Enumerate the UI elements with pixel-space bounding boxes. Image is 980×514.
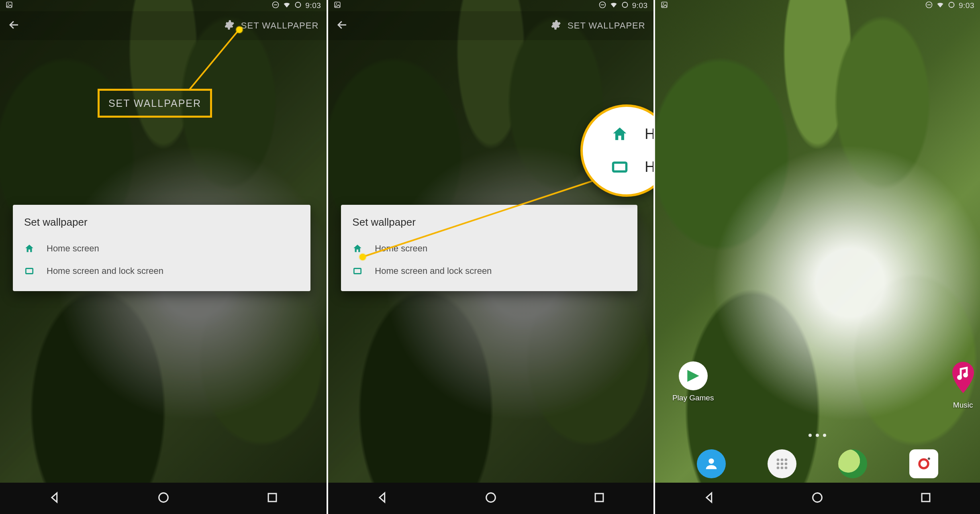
svg-point-4	[296, 2, 301, 7]
dnd-icon	[925, 1, 933, 11]
option-home-screen[interactable]: Home screen	[24, 237, 299, 260]
gear-icon[interactable]	[550, 19, 561, 32]
app-play-games-label: Play Games	[672, 394, 714, 402]
svg-point-38	[813, 493, 822, 502]
nav-back-icon[interactable]	[376, 491, 389, 506]
svg-point-1	[8, 3, 9, 4]
svg-point-7	[159, 493, 168, 502]
back-button[interactable]	[336, 19, 348, 33]
wallpaper-toolbar: SET WALLPAPER	[0, 11, 327, 40]
svg-rect-6	[26, 269, 33, 274]
gear-icon[interactable]	[223, 19, 235, 32]
svg-point-30	[777, 463, 780, 465]
svg-point-31	[781, 463, 784, 465]
panel-2: 9:03 SET WALLPAPER Set wallpaper Home sc…	[327, 0, 653, 514]
set-wallpaper-callout: SET WALLPAPER	[98, 89, 212, 118]
picture-icon	[334, 1, 341, 10]
svg-point-27	[777, 459, 780, 461]
location-icon	[294, 1, 302, 11]
page-indicator	[655, 434, 980, 437]
nav-back-icon[interactable]	[702, 491, 716, 506]
home-dock	[655, 446, 980, 482]
wallpaper-toolbar: SET WALLPAPER	[328, 11, 653, 40]
home-icon	[611, 125, 629, 143]
dialog-title: Set wallpaper	[352, 216, 626, 228]
svg-point-34	[781, 467, 784, 469]
svg-point-37	[928, 457, 930, 460]
svg-point-26	[708, 459, 714, 464]
picture-icon	[6, 1, 13, 10]
play-games-icon	[679, 361, 708, 390]
set-wallpaper-button[interactable]: SET WALLPAPER	[568, 20, 645, 31]
nav-home-icon[interactable]	[157, 491, 170, 506]
svg-point-20	[663, 3, 664, 4]
nav-recents-icon[interactable]	[265, 491, 279, 506]
wifi-icon	[283, 1, 291, 11]
lens-row1-text: H	[645, 126, 653, 143]
option-home-screen[interactable]: Home screen	[352, 237, 626, 260]
nav-recents-icon[interactable]	[919, 491, 933, 506]
svg-point-29	[785, 459, 788, 461]
svg-rect-12	[601, 4, 604, 5]
svg-point-25	[963, 373, 968, 377]
option-home-and-lock-label: Home screen and lock screen	[47, 266, 163, 276]
option-home-and-lock-label: Home screen and lock screen	[375, 266, 492, 276]
nav-back-icon[interactable]	[48, 491, 61, 506]
svg-rect-8	[268, 494, 276, 502]
app-music-label: Music	[953, 401, 973, 410]
svg-rect-22	[927, 4, 931, 5]
home-app-row: Play Games Music	[677, 361, 980, 410]
svg-point-32	[785, 463, 788, 465]
home-wallpaper	[655, 0, 980, 514]
dock-camera[interactable]	[909, 449, 938, 478]
dock-browser[interactable]	[838, 449, 867, 478]
nav-home-icon[interactable]	[811, 491, 824, 506]
back-button[interactable]	[8, 19, 20, 33]
location-icon	[947, 1, 956, 11]
set-wallpaper-button[interactable]: SET WALLPAPER	[241, 20, 319, 31]
svg-point-24	[957, 375, 962, 380]
option-home-and-lock[interactable]: Home screen and lock screen	[352, 260, 626, 282]
dnd-icon	[272, 1, 280, 11]
svg-rect-18	[595, 494, 603, 502]
svg-point-28	[781, 459, 784, 461]
svg-point-10	[336, 3, 337, 4]
svg-rect-16	[613, 163, 627, 171]
nav-home-icon[interactable]	[484, 491, 498, 506]
dialog-title: Set wallpaper	[24, 216, 299, 228]
status-bar: 9:03	[655, 0, 980, 11]
dock-app-drawer[interactable]	[768, 449, 796, 478]
location-icon	[621, 1, 629, 11]
status-bar: 9:03	[0, 0, 327, 11]
status-clock: 9:03	[305, 1, 321, 10]
svg-rect-19	[662, 2, 667, 8]
svg-rect-9	[335, 2, 341, 8]
svg-rect-3	[274, 4, 277, 5]
svg-point-17	[486, 493, 496, 502]
option-home-screen-label: Home screen	[47, 243, 99, 254]
rect-icon	[611, 158, 629, 176]
svg-point-36	[919, 459, 928, 468]
svg-point-13	[622, 2, 627, 7]
music-icon	[949, 361, 978, 398]
svg-rect-14	[354, 269, 361, 274]
nav-bar	[0, 483, 327, 514]
dock-contacts[interactable]	[697, 449, 726, 478]
svg-rect-0	[6, 2, 12, 8]
set-wallpaper-dialog: Set wallpaper Home screen Home screen an…	[341, 205, 637, 291]
nav-recents-icon[interactable]	[592, 491, 606, 506]
dnd-icon	[598, 1, 606, 11]
lens-row2-text: H	[645, 159, 653, 175]
status-clock: 9:03	[959, 1, 974, 10]
picture-icon	[661, 1, 668, 10]
wifi-icon	[610, 1, 618, 11]
option-home-and-lock[interactable]: Home screen and lock screen	[24, 260, 299, 282]
option-home-screen-label: Home screen	[375, 243, 427, 254]
nav-bar	[655, 483, 980, 514]
nav-bar	[328, 483, 653, 514]
svg-point-23	[949, 2, 954, 7]
wifi-icon	[936, 1, 944, 11]
app-play-games[interactable]: Play Games	[677, 361, 710, 410]
app-music[interactable]: Music	[947, 361, 980, 410]
set-wallpaper-dialog: Set wallpaper Home screen Home screen an…	[13, 205, 310, 291]
